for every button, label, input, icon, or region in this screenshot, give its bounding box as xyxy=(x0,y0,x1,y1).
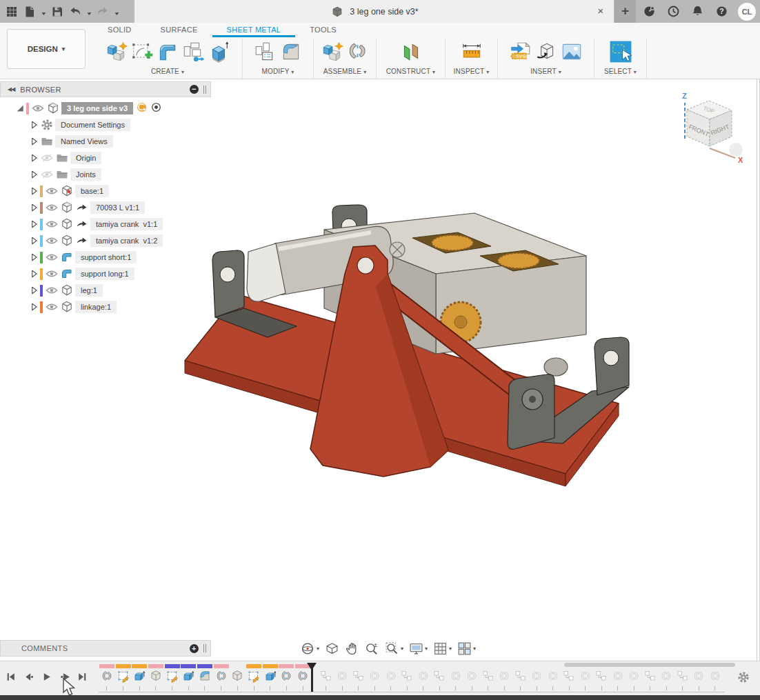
notifications-icon[interactable] xyxy=(690,4,705,19)
timeline-feature-body[interactable] xyxy=(230,664,246,689)
chevron-down-icon[interactable] xyxy=(86,8,92,15)
timeline-feature-joint[interactable] xyxy=(99,664,115,689)
browser-row[interactable]: 70093 L v1:1 xyxy=(0,199,211,216)
group-label[interactable]: CREATE ▾ xyxy=(151,68,184,75)
timeline-feature-body[interactable] xyxy=(148,664,164,689)
group-label[interactable]: ASSEMBLE ▾ xyxy=(323,68,367,75)
document-tab[interactable]: 3 leg one side v3* × xyxy=(134,0,614,23)
expander-icon[interactable] xyxy=(28,284,40,297)
avatar[interactable]: CL xyxy=(738,3,756,21)
expander-icon[interactable] xyxy=(28,201,40,214)
folder-icon[interactable] xyxy=(55,151,69,165)
timeline-feature-flange[interactable] xyxy=(131,664,148,689)
timeline-feature-move-suppressed[interactable] xyxy=(480,664,497,689)
timeline-feature-joint-suppressed[interactable] xyxy=(545,664,561,689)
sync-badge-icon[interactable] xyxy=(136,101,148,116)
timeline-feature-joint-suppressed[interactable] xyxy=(334,664,351,689)
timeline-feature-joint-suppressed[interactable] xyxy=(577,664,594,689)
timeline-feature-move-suppressed[interactable] xyxy=(350,664,367,689)
timeline-feature-move-suppressed[interactable] xyxy=(642,664,659,689)
browser-item-label[interactable]: tamiya crank v1:2 xyxy=(90,234,163,247)
play-button[interactable] xyxy=(40,670,53,683)
viewcube[interactable]: Z X TOP FRONT RIGHT xyxy=(666,89,753,166)
undo-icon[interactable] xyxy=(68,4,83,19)
timeline-feature-flange[interactable] xyxy=(180,664,197,689)
visible-eye-icon[interactable] xyxy=(45,283,59,297)
new-component-icon[interactable] xyxy=(105,40,128,66)
component-color-swatch[interactable] xyxy=(40,285,43,297)
component-cube-icon[interactable] xyxy=(60,201,74,214)
browser-row[interactable]: base:1 xyxy=(0,183,211,199)
component-color-swatch[interactable] xyxy=(26,103,29,114)
timeline-feature-joint-suppressed[interactable] xyxy=(383,664,399,689)
insert-mesh-icon[interactable] xyxy=(534,40,558,66)
component-cube-icon[interactable] xyxy=(46,101,60,115)
viewports-icon[interactable]: ▾ xyxy=(455,641,478,657)
timeline-feature-joint-suppressed[interactable] xyxy=(529,664,546,689)
zoom-icon[interactable]: ± xyxy=(363,641,381,657)
browser-row[interactable]: support long:1 xyxy=(0,266,211,282)
component-color-swatch[interactable] xyxy=(40,235,43,247)
expander-icon[interactable] xyxy=(14,102,26,114)
expander-icon[interactable] xyxy=(28,119,40,131)
tab-tools[interactable]: TOOLS xyxy=(295,23,351,37)
visible-eye-icon[interactable] xyxy=(45,234,59,248)
expander-icon[interactable] xyxy=(28,135,40,148)
timeline-feature-joint[interactable] xyxy=(213,664,230,689)
timeline-feature-move-suppressed[interactable] xyxy=(512,664,529,689)
decal-icon[interactable] xyxy=(560,40,583,66)
display-settings-icon[interactable]: ▾ xyxy=(407,641,430,657)
timeline-feature-sketch[interactable] xyxy=(246,664,262,689)
add-comment-button[interactable]: + xyxy=(190,644,199,653)
timeline-feature-joint-suppressed[interactable] xyxy=(707,664,723,689)
visible-eye-icon[interactable] xyxy=(45,300,59,314)
unfold-icon[interactable] xyxy=(254,40,277,66)
component-color-swatch[interactable] xyxy=(40,202,43,214)
expander-icon[interactable] xyxy=(28,185,40,197)
app-grid-icon[interactable] xyxy=(4,4,19,19)
chevron-down-icon[interactable] xyxy=(40,8,47,15)
timeline-feature-joint-suppressed[interactable] xyxy=(691,664,708,689)
expander-icon[interactable] xyxy=(28,218,40,230)
browser-row[interactable]: tamiya crank v1:1 xyxy=(0,216,211,232)
expander-icon[interactable] xyxy=(28,301,40,313)
visible-eye-icon[interactable] xyxy=(45,184,59,198)
browser-item-label[interactable]: 3 leg one side v3 xyxy=(61,102,133,114)
group-label[interactable]: SELECT ▾ xyxy=(604,68,637,75)
timeline-feature-joint-suppressed[interactable] xyxy=(610,664,626,689)
gear-icon[interactable] xyxy=(40,118,54,132)
browser-row[interactable]: 3 leg one side v3 xyxy=(0,100,211,117)
browser-item-label[interactable]: Document Settings xyxy=(55,119,130,131)
timeline-playhead[interactable] xyxy=(307,663,317,692)
visible-eye-icon[interactable] xyxy=(45,267,59,281)
orbit-icon[interactable]: ▾ xyxy=(299,641,321,657)
component-color-swatch[interactable] xyxy=(40,186,43,197)
body-cube-icon[interactable] xyxy=(60,217,74,231)
select-icon[interactable] xyxy=(609,40,632,66)
browser-item-label[interactable]: Named Views xyxy=(55,135,113,148)
browser-item-label[interactable]: base:1 xyxy=(75,185,109,197)
comments-panel[interactable]: COMMENTS + xyxy=(0,640,211,657)
timeline-feature-joint-suppressed[interactable] xyxy=(497,664,513,689)
viewport-canvas[interactable]: Z X TOP FRONT RIGHT ◀◀ BROWSER − 3 leg o… xyxy=(0,79,760,661)
timeline-feature-move-suppressed[interactable] xyxy=(674,664,691,689)
body-cube-icon[interactable] xyxy=(60,300,74,314)
timeline-feature-move-suppressed[interactable] xyxy=(561,664,578,689)
timeline-feature-joint-suppressed[interactable] xyxy=(464,664,481,689)
body-cube-icon[interactable] xyxy=(60,234,74,248)
browser-row[interactable]: Named Views xyxy=(0,133,211,150)
browser-row[interactable]: Document Settings xyxy=(0,117,211,133)
extensions-icon[interactable] xyxy=(641,4,657,19)
visible-eye-icon[interactable] xyxy=(45,201,59,214)
browser-row[interactable]: Origin xyxy=(0,150,211,166)
extrude-icon[interactable] xyxy=(207,40,230,66)
timeline-feature-flange[interactable] xyxy=(262,664,279,689)
browser-row[interactable]: leg:1 xyxy=(0,282,211,299)
timeline-feature-move-suppressed[interactable] xyxy=(594,664,610,689)
step-back-button[interactable] xyxy=(22,670,35,683)
go-to-end-button[interactable] xyxy=(76,670,89,683)
tab-solid[interactable]: SOLID xyxy=(93,23,146,37)
timeline-feature-joint-suppressed[interactable] xyxy=(659,664,675,689)
component-color-swatch[interactable] xyxy=(40,301,43,313)
browser-row[interactable]: linkage:1 xyxy=(0,299,211,315)
